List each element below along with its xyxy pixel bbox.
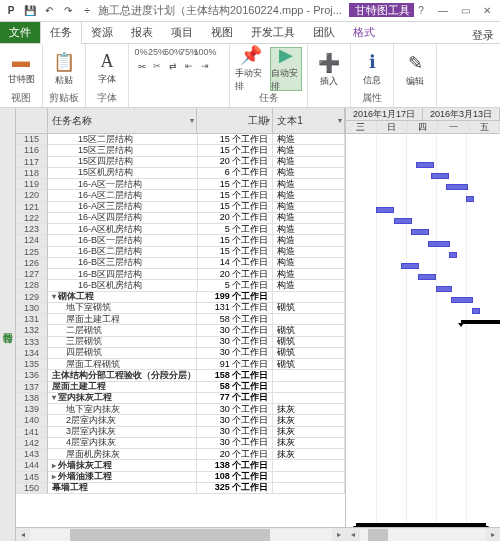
insert-button[interactable]: ➕ 插入	[313, 48, 345, 92]
cell-name[interactable]: 地下室砌筑	[48, 303, 198, 314]
cell-name[interactable]: 16-A区机房结构	[48, 224, 198, 235]
gantt-task-bar[interactable]	[431, 173, 449, 179]
cell-duration[interactable]: 58 个工作日	[197, 382, 273, 393]
cell-text1[interactable]: 抹灰	[273, 415, 345, 426]
cell-name[interactable]: 幕墙工程	[48, 483, 198, 494]
table-row[interactable]: 143屋面机房抹灰20 个工作日抹灰	[16, 449, 345, 460]
gantt-task-bar[interactable]	[466, 196, 474, 202]
gantt-task-bar[interactable]	[416, 162, 434, 168]
cell-duration[interactable]: 91 个工作日	[197, 359, 273, 370]
gantt-task-bar[interactable]	[401, 263, 419, 269]
table-row[interactable]: 134四层砌筑30 个工作日砌筑	[16, 348, 345, 359]
cell-duration[interactable]: 158 个工作日	[197, 370, 273, 381]
table-row[interactable]: 133三层砌筑30 个工作日砌筑	[16, 337, 345, 348]
cell-name[interactable]: ▾室内抹灰工程	[48, 393, 198, 404]
cell-duration[interactable]: 108 个工作日	[197, 472, 273, 483]
tab-view[interactable]: 视图	[202, 22, 242, 43]
col-duration[interactable]: 工期▾	[197, 108, 273, 133]
cell-text1[interactable]: 构造	[273, 224, 345, 235]
hscroll-grid[interactable]: ◂ ▸	[16, 527, 346, 541]
cell-duration[interactable]: 5 个工作日	[198, 280, 274, 291]
cell-duration[interactable]: 6 个工作日	[198, 168, 274, 179]
cell-duration[interactable]: 30 个工作日	[197, 438, 273, 449]
cell-duration[interactable]: 30 个工作日	[197, 404, 273, 415]
gantt-task-bar[interactable]	[472, 308, 480, 314]
cell-text1[interactable]: 构造	[273, 269, 345, 280]
cell-duration[interactable]: 20 个工作日	[198, 269, 274, 280]
cell-name[interactable]: ▸外墙抹灰工程	[48, 460, 198, 471]
cell-duration[interactable]: 131 个工作日	[197, 303, 273, 314]
cell-text1[interactable]	[273, 292, 345, 303]
table-row[interactable]: 150幕墙工程325 个工作日	[16, 483, 345, 494]
scroll-left-icon[interactable]: ◂	[346, 530, 360, 539]
col-text1[interactable]: 文本1▾	[273, 108, 345, 133]
cell-duration[interactable]: 15 个工作日	[198, 235, 274, 246]
table-row[interactable]: 139地下室内抹灰30 个工作日抹灰	[16, 404, 345, 415]
dropdown-icon[interactable]: ▾	[190, 116, 194, 125]
indent-icon[interactable]: ⇥	[198, 60, 212, 72]
tab-resource[interactable]: 资源	[82, 22, 122, 43]
table-row[interactable]: 12316-A区机房结构5 个工作日构造	[16, 224, 345, 235]
cell-name[interactable]: 屋面机房抹灰	[48, 449, 198, 460]
dropdown-icon[interactable]: ▾	[266, 116, 270, 125]
cell-name[interactable]: 16-A区一层结构	[48, 179, 198, 190]
cell-text1[interactable]	[273, 393, 345, 404]
pct-0-button[interactable]: 0%	[134, 46, 148, 58]
cell-name[interactable]: 地下室内抹灰	[48, 404, 198, 415]
tab-file[interactable]: 文件	[0, 22, 40, 43]
cell-text1[interactable]: 构造	[273, 235, 345, 246]
gantt-chart[interactable]	[346, 134, 500, 541]
undo-icon[interactable]: ↶	[41, 3, 57, 19]
login-link[interactable]: 登录	[472, 28, 500, 43]
cell-text1[interactable]: 构造	[273, 190, 345, 201]
cell-name[interactable]: 屋面工程砌筑	[48, 359, 198, 370]
cell-name[interactable]: 3层室内抹灰	[48, 427, 198, 438]
col-id[interactable]	[16, 108, 48, 133]
cell-name[interactable]: 16-B区机房结构	[48, 280, 198, 291]
cell-text1[interactable]	[273, 460, 345, 471]
cell-text1[interactable]	[273, 382, 345, 393]
cell-duration[interactable]: 15 个工作日	[198, 145, 274, 156]
link-icon[interactable]: ⫘	[134, 60, 148, 72]
cell-text1[interactable]: 砌筑	[273, 348, 345, 359]
cell-name[interactable]: 4层室内抹灰	[48, 438, 198, 449]
cell-text1[interactable]	[273, 483, 345, 494]
tab-report[interactable]: 报表	[122, 22, 162, 43]
cell-name[interactable]: 四层砌筑	[48, 348, 198, 359]
help-icon[interactable]: ?	[414, 5, 428, 16]
cell-text1[interactable]: 砌筑	[273, 337, 345, 348]
cell-name[interactable]: ▾砌体工程	[48, 292, 198, 303]
save-icon[interactable]: 💾	[22, 3, 38, 19]
edit-button[interactable]: ✎ 编辑	[399, 48, 431, 92]
restore-icon[interactable]: ▭	[458, 5, 472, 16]
cell-name[interactable]: 三层砌筑	[48, 337, 198, 348]
table-row[interactable]: 12616-B区三层结构14 个工作日构造	[16, 258, 345, 269]
cell-text1[interactable]: 构造	[273, 247, 345, 258]
table-row[interactable]: 1402层室内抹灰30 个工作日抹灰	[16, 415, 345, 426]
table-row[interactable]: 137屋面土建工程58 个工作日	[16, 382, 345, 393]
cell-duration[interactable]: 30 个工作日	[197, 348, 273, 359]
gantt-task-bar[interactable]	[436, 286, 452, 292]
table-row[interactable]: 12016-A区二层结构15 个工作日构造	[16, 190, 345, 201]
cell-duration[interactable]: 30 个工作日	[197, 325, 273, 336]
cell-name[interactable]: 屋面土建工程	[48, 314, 198, 325]
cell-name[interactable]: 屋面土建工程	[48, 382, 198, 393]
cell-duration[interactable]: 199 个工作日	[197, 292, 273, 303]
cell-text1[interactable]: 砌筑	[273, 359, 345, 370]
cell-name[interactable]: 15区二层结构	[48, 134, 198, 145]
cell-name[interactable]: 二层砌筑	[48, 325, 198, 336]
outdent-icon[interactable]: ⇤	[182, 60, 196, 72]
cell-text1[interactable]: 构造	[273, 258, 345, 269]
cell-duration[interactable]: 58 个工作日	[197, 314, 273, 325]
table-row[interactable]: 130地下室砌筑131 个工作日砌筑	[16, 303, 345, 314]
cell-duration[interactable]: 20 个工作日	[198, 157, 274, 168]
table-row[interactable]: 11815区机房结构6 个工作日构造	[16, 168, 345, 179]
scroll-right-icon[interactable]: ▸	[332, 530, 346, 539]
cell-text1[interactable]: 构造	[273, 134, 345, 145]
cell-duration[interactable]: 15 个工作日	[198, 190, 274, 201]
cell-duration[interactable]: 30 个工作日	[197, 337, 273, 348]
table-row[interactable]: 12216-A区四层结构20 个工作日构造	[16, 213, 345, 224]
cell-text1[interactable]: 构造	[273, 157, 345, 168]
cell-text1[interactable]: 抹灰	[273, 427, 345, 438]
table-row[interactable]: 11715区四层结构20 个工作日构造	[16, 157, 345, 168]
